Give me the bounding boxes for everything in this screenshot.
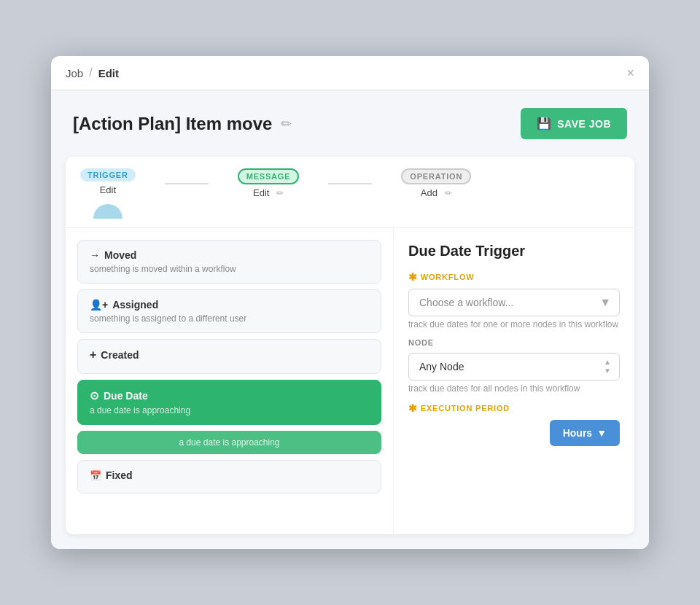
due-date-icon: ⊙ — [90, 389, 99, 402]
connector-1 — [165, 168, 209, 184]
connector-line-2 — [328, 183, 372, 184]
trigger-due-date-ghost-desc: a due date is approaching — [90, 437, 369, 448]
workflow-asterisk: ✱ — [408, 271, 418, 283]
moved-arrow-icon — [90, 249, 100, 261]
trigger-item-created[interactable]: + Created — [77, 339, 381, 374]
pipeline-step-trigger: TRIGGER Edit — [80, 168, 136, 227]
close-button[interactable]: × — [626, 66, 634, 79]
node-hint: track due dates for all nodes in this wo… — [408, 383, 620, 394]
created-icon: + — [90, 348, 96, 362]
trigger-moved-desc: something is moved within a workflow — [90, 264, 369, 274]
trigger-moved-title: Moved — [90, 249, 369, 261]
trigger-item-fixed[interactable]: 📅 Fixed — [77, 460, 381, 493]
connector-line — [165, 183, 209, 184]
hours-button[interactable]: Hours ▼ — [550, 420, 620, 446]
hours-dropdown-icon: ▼ — [596, 427, 607, 439]
title-edit-icon[interactable]: ✏ — [281, 116, 292, 132]
workflow-select-wrapper: Choose a workflow... ▼ — [408, 289, 620, 316]
config-title: Due Date Trigger — [408, 243, 620, 259]
split-content: Moved something is moved within a workfl… — [66, 228, 634, 534]
trigger-created-title: + Created — [90, 348, 369, 362]
save-disk-icon: 💾 — [537, 117, 552, 130]
trigger-item-moved[interactable]: Moved something is moved within a workfl… — [77, 240, 381, 284]
modal-titlebar: Job / Edit × — [51, 56, 649, 90]
operation-edit-icon[interactable]: ✏ — [445, 188, 452, 198]
trigger-step-label: Edit — [100, 184, 116, 195]
assigned-icon: 👤+ — [90, 299, 108, 311]
workflow-hint: track due dates for one or more nodes in… — [408, 319, 620, 329]
titlebar-breadcrumb: Job / Edit — [66, 66, 119, 79]
trigger-item-due-date-ghost: a due date is approaching — [77, 431, 381, 454]
workflow-select[interactable]: Choose a workflow... — [408, 289, 620, 316]
trigger-item-due-date[interactable]: ⊙ Due Date a due date is approaching — [77, 380, 381, 425]
modal-container: Job / Edit × [Action Plan] Item move ✏ 💾… — [51, 56, 649, 549]
operation-step-label: Add ✏ — [421, 187, 452, 198]
trigger-assigned-title: 👤+ Assigned — [90, 299, 369, 311]
operation-badge: OPERATION — [401, 168, 471, 184]
edit-label: Edit — [98, 67, 119, 79]
workflow-card: TRIGGER Edit MESSAGE Edit ✏ OPE — [66, 157, 634, 534]
title-row: [Action Plan] Item move ✏ — [73, 114, 292, 134]
page-title: [Action Plan] Item move — [73, 114, 272, 134]
trigger-item-assigned[interactable]: 👤+ Assigned something is assigned to a d… — [77, 289, 381, 333]
trigger-avatar — [93, 204, 122, 219]
workflow-section-label: ✱ WORKFLOW — [408, 271, 620, 283]
message-step-label: Edit ✏ — [253, 187, 284, 198]
node-select[interactable]: Any Node — [408, 353, 620, 380]
save-job-button[interactable]: 💾 SAVE JOB — [521, 108, 627, 139]
trigger-fixed-title: 📅 Fixed — [90, 469, 369, 481]
execution-asterisk: ✱ — [408, 402, 418, 414]
trigger-badge: TRIGGER — [80, 168, 136, 182]
breadcrumb-separator: / — [89, 66, 92, 79]
modal-body: TRIGGER Edit MESSAGE Edit ✏ OPE — [51, 157, 649, 549]
trigger-list: Moved something is moved within a workfl… — [66, 228, 394, 534]
modal-header: [Action Plan] Item move ✏ 💾 SAVE JOB — [51, 90, 649, 157]
message-badge: MESSAGE — [238, 168, 300, 184]
execution-period-row: Hours ▼ — [408, 420, 620, 446]
job-label: Job — [66, 67, 83, 79]
trigger-assigned-desc: something is assigned to a different use… — [90, 313, 369, 324]
fixed-icon: 📅 — [90, 470, 101, 481]
pipeline-row: TRIGGER Edit MESSAGE Edit ✏ OPE — [66, 157, 634, 228]
hours-label: Hours — [563, 427, 592, 439]
message-edit-icon[interactable]: ✏ — [276, 188, 284, 198]
node-section-label: NODE — [408, 338, 620, 347]
trigger-due-date-desc: a due date is approaching — [90, 405, 369, 415]
pipeline-step-message: MESSAGE Edit ✏ — [238, 168, 300, 207]
connector-2 — [328, 168, 372, 184]
save-job-label: SAVE JOB — [557, 118, 611, 130]
trigger-due-date-title: ⊙ Due Date — [90, 389, 369, 402]
pipeline-step-operation: OPERATION Add ✏ — [401, 168, 471, 207]
node-select-wrapper: Any Node ▲ ▼ — [408, 353, 620, 380]
execution-period-label: ✱ EXECUTION PERIOD — [408, 402, 620, 414]
due-date-config-panel: Due Date Trigger ✱ WORKFLOW Choose a wor… — [394, 228, 634, 534]
